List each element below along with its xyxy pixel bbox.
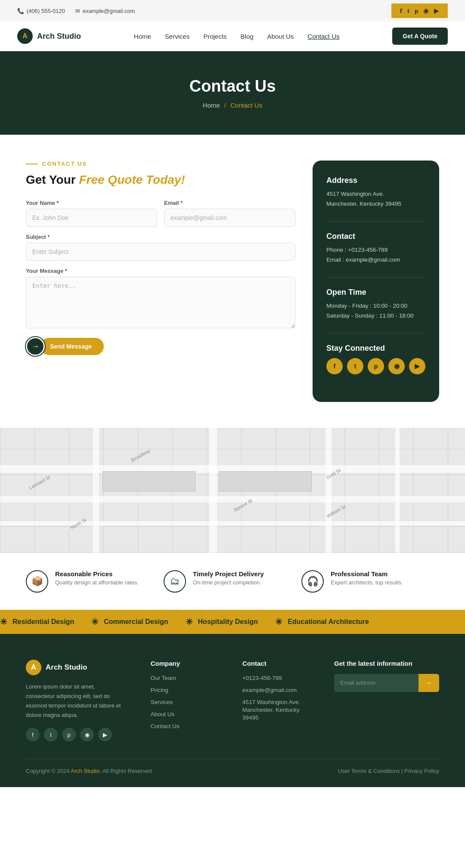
- email-group: Email *: [164, 200, 295, 227]
- nav-projects[interactable]: Projects: [203, 33, 226, 40]
- footer-pinterest-icon[interactable]: p: [62, 728, 76, 741]
- list-item: About Us: [151, 710, 217, 718]
- footer-top: A Arch Studio Lorem ipsum dolor sit amet…: [26, 660, 439, 741]
- footer-contact[interactable]: Contact Us: [151, 723, 180, 729]
- phone-number: (406) 555-0120: [27, 8, 65, 14]
- logo-name: Arch Studio: [37, 32, 81, 41]
- footer-pricing[interactable]: Pricing: [151, 687, 168, 693]
- email-input[interactable]: [164, 209, 295, 227]
- nav-contact[interactable]: Contact Us: [307, 33, 339, 40]
- copyright-text: Copyright © 2024 Arch Studio. All Rights…: [26, 768, 153, 774]
- footer-phone[interactable]: +0123-456-789: [242, 675, 282, 681]
- ticker-label-4: Educational Architecture: [288, 618, 369, 626]
- nav-services[interactable]: Services: [165, 33, 190, 40]
- footer-social: f t p ◉ ▶: [26, 728, 125, 741]
- divider-3: [326, 333, 425, 334]
- footer-logo: A Arch Studio: [26, 660, 125, 675]
- team-text: Professional Team Expert architects, top…: [331, 570, 403, 586]
- hero-title: Contact Us: [17, 77, 448, 96]
- footer-bottom-right: User Terms & Conditions | Privacy Policy: [338, 768, 439, 774]
- info-card: Address 4517 Washington Ave. Manchester,…: [313, 161, 439, 402]
- card-instagram-icon[interactable]: ◉: [388, 358, 405, 374]
- footer-brand-link[interactable]: Arch Studio: [71, 768, 99, 774]
- subject-label: Subject *: [26, 234, 295, 240]
- footer-brand: A Arch Studio Lorem ipsum dolor sit amet…: [26, 660, 125, 741]
- contact-col-title: Contact: [242, 660, 308, 667]
- top-bar-contact-info: 📞 (406) 555-0120 ✉ example@gmail.com: [17, 8, 135, 14]
- topbar-pinterest-icon[interactable]: 𝐩: [415, 7, 418, 15]
- prices-desc: Quality design at affordable rates.: [55, 579, 139, 586]
- subject-form-group: Subject *: [26, 234, 295, 261]
- breadcrumb: Home / Contact Us: [17, 102, 448, 109]
- ticker-label-2: Commercial Design: [104, 618, 168, 626]
- nav-home[interactable]: Home: [134, 33, 151, 40]
- footer-services[interactable]: Services: [151, 699, 173, 705]
- delivery-icon: 🗂: [164, 570, 186, 593]
- logo-icon: A: [17, 28, 33, 44]
- subject-group: Subject *: [26, 234, 295, 261]
- topbar-youtube-icon[interactable]: ▶: [434, 7, 439, 15]
- newsletter-input-row: →: [334, 674, 439, 692]
- map-road-v4: [395, 428, 400, 553]
- delivery-text: Timely Project Delivery On-time project …: [193, 570, 264, 586]
- logo: A Arch Studio: [17, 28, 81, 44]
- get-quote-button[interactable]: Get A Quote: [392, 28, 448, 45]
- address-line1: 4517 Washington Ave.: [326, 189, 425, 199]
- team-desc: Expert architects, top results.: [331, 579, 403, 586]
- breadcrumb-separator: /: [224, 102, 226, 109]
- ticker-bar: ✳ Residential Design ✳ Commercial Design…: [0, 610, 465, 634]
- ticker-item-4: ✳ Educational Architecture: [275, 617, 369, 627]
- heading-italic: Free Quote Today!: [79, 173, 185, 186]
- message-textarea[interactable]: [26, 277, 295, 328]
- nav-about[interactable]: About Us: [267, 33, 294, 40]
- map-road-v3: [326, 428, 332, 553]
- feature-delivery: 🗂 Timely Project Delivery On-time projec…: [164, 570, 301, 593]
- footer-twitter-icon[interactable]: t: [44, 728, 58, 741]
- phone-info: 📞 (406) 555-0120: [17, 8, 65, 14]
- message-group: Your Message *: [26, 268, 295, 328]
- message-form-group: Your Message *: [26, 268, 295, 328]
- card-youtube-icon[interactable]: ▶: [409, 358, 425, 374]
- nav-blog[interactable]: Blog: [241, 33, 254, 40]
- hero-banner: Contact Us Home / Contact Us: [0, 51, 465, 135]
- team-title: Professional Team: [331, 570, 403, 578]
- social-section: Stay Connected f t p ◉ ▶: [326, 344, 425, 374]
- ticker-item-1: ✳ Residential Design: [0, 617, 74, 627]
- section-label: CONTACT US: [26, 161, 295, 167]
- weekday-hours: Monday - Friday : 10:00 - 20:00: [326, 301, 425, 311]
- privacy-policy-link[interactable]: Privacy Policy: [404, 768, 439, 774]
- map-section: Leonard St Broadway Spruce St Gold St Wi…: [0, 428, 465, 553]
- topbar-twitter-icon[interactable]: 𝐭: [407, 7, 409, 15]
- address-line2: Manchester, Kentucky 39495: [326, 199, 425, 209]
- subject-input[interactable]: [26, 243, 295, 261]
- send-btn-row: → Send Message: [26, 337, 295, 356]
- ticker-star-1: ✳: [0, 617, 7, 627]
- footer-logo-icon: A: [26, 660, 41, 675]
- map-block-1: [102, 471, 195, 491]
- footer-youtube-icon[interactable]: ▶: [98, 728, 112, 741]
- topbar-facebook-icon[interactable]: 𝐟: [400, 7, 402, 15]
- newsletter-input[interactable]: [334, 674, 418, 692]
- card-twitter-icon[interactable]: t: [347, 358, 363, 374]
- ticker-label-1: Residential Design: [12, 618, 74, 626]
- footer-instagram-icon[interactable]: ◉: [80, 728, 94, 741]
- footer-our-team[interactable]: Our Team: [151, 675, 176, 681]
- map-block-2: [219, 471, 312, 491]
- name-input[interactable]: [26, 209, 157, 227]
- topbar-instagram-icon[interactable]: ◉: [423, 7, 429, 15]
- card-facebook-icon[interactable]: f: [326, 358, 343, 374]
- card-pinterest-icon[interactable]: p: [368, 358, 384, 374]
- newsletter-submit-button[interactable]: →: [418, 674, 439, 692]
- company-col-title: Company: [151, 660, 217, 667]
- user-terms-link[interactable]: User Terms & Conditions: [338, 768, 400, 774]
- address-section: Address 4517 Washington Ave. Manchester,…: [326, 176, 425, 209]
- send-message-button[interactable]: Send Message: [40, 338, 104, 355]
- footer-facebook-icon[interactable]: f: [26, 728, 40, 741]
- newsletter-title: Get the latest information: [334, 660, 439, 667]
- list-item: Contact Us: [151, 722, 217, 730]
- footer-email[interactable]: example@gmail.com: [242, 687, 297, 693]
- prices-title: Reasonable Prices: [55, 570, 139, 578]
- footer-about[interactable]: About Us: [151, 711, 175, 717]
- name-email-row: Your Name * Email *: [26, 200, 295, 227]
- breadcrumb-home[interactable]: Home: [203, 102, 220, 109]
